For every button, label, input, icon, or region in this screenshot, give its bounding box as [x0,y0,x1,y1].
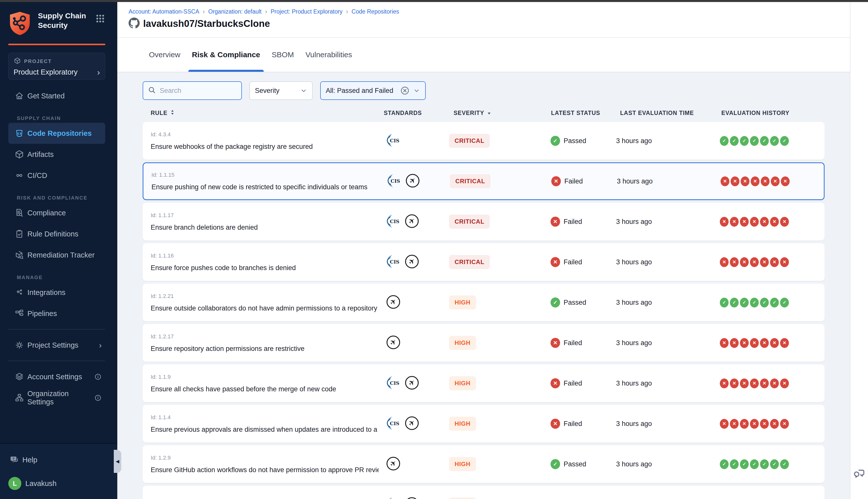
history-pass-icon[interactable]: ✓ [760,136,769,146]
history-pass-icon[interactable]: ✓ [720,459,728,469]
sidebar-item-ci-cd[interactable]: CI/CD [8,165,105,186]
table-row[interactable]: Id: 1.1.4Ensure previous approvals are d… [143,405,824,442]
app-grid-icon[interactable] [95,14,105,25]
breadcrumb-link[interactable]: Account: Automation-SSCA [129,8,199,15]
column-header-evaluation-history[interactable]: EVALUATION HISTORY [715,110,824,117]
history-fail-icon[interactable]: ✕ [780,338,789,348]
column-header-last-evaluation-time[interactable]: LAST EVALUATION TIME [614,110,715,117]
table-row[interactable]: Id: 1.1.17Ensure branch deletions are de… [143,203,824,241]
user-menu[interactable]: L Lavakush [8,474,105,492]
column-header-latest-status[interactable]: LATEST STATUS [544,110,614,117]
history-fail-icon[interactable]: ✕ [740,338,749,348]
breadcrumb-link[interactable]: Project: Product Exploratory [271,8,342,15]
history-pass-icon[interactable]: ✓ [730,459,739,469]
tab-vulnerabilities[interactable]: Vulnerabilities [301,38,356,72]
history-fail-icon[interactable]: ✕ [720,419,728,429]
sidebar-collapse-handle[interactable]: ◀ [114,450,121,473]
support-chat-icon[interactable] [853,467,866,482]
help-button[interactable]: ? Help [8,451,105,469]
sort-desc-icon[interactable] [487,110,491,117]
history-fail-icon[interactable]: ✕ [740,257,749,267]
sidebar-item-project-settings[interactable]: Project Settings› [8,334,105,356]
search-input[interactable] [159,87,230,95]
history-pass-icon[interactable]: ✓ [780,298,789,307]
history-fail-icon[interactable]: ✕ [761,177,770,186]
table-row[interactable]: Id: 1.2.21Ensure outside collaborators d… [143,284,824,321]
history-fail-icon[interactable]: ✕ [760,378,769,388]
history-pass-icon[interactable]: ✓ [740,136,749,146]
history-pass-icon[interactable]: ✓ [730,136,739,146]
history-fail-icon[interactable]: ✕ [780,419,789,429]
sidebar-item-integrations[interactable]: Integrations [8,282,105,303]
sidebar-item-code-repositories[interactable]: Code Repositories [8,123,105,144]
history-pass-icon[interactable]: ✓ [720,136,728,146]
history-pass-icon[interactable]: ✓ [750,459,759,469]
history-fail-icon[interactable]: ✕ [770,338,779,348]
sidebar-item-account-settings[interactable]: Account Settings [8,366,105,387]
history-fail-icon[interactable]: ✕ [770,217,779,227]
history-pass-icon[interactable]: ✓ [780,136,789,146]
column-header-rule[interactable]: RULE [151,109,379,117]
history-pass-icon[interactable]: ✓ [750,136,759,146]
history-fail-icon[interactable]: ✕ [721,177,730,186]
sidebar-item-rule-definitions[interactable]: Rule Definitions [8,223,105,244]
column-header-severity[interactable]: SEVERITY [447,110,544,117]
severity-dropdown[interactable]: Severity [250,81,313,100]
history-fail-icon[interactable]: ✕ [770,378,779,388]
history-fail-icon[interactable]: ✕ [750,257,759,267]
history-fail-icon[interactable]: ✕ [771,177,780,186]
history-fail-icon[interactable]: ✕ [740,419,749,429]
history-fail-icon[interactable]: ✕ [730,338,739,348]
history-pass-icon[interactable]: ✓ [770,298,779,307]
history-fail-icon[interactable]: ✕ [770,257,779,267]
history-fail-icon[interactable]: ✕ [750,217,759,227]
status-filter-chip[interactable]: All: Passed and Failed [320,81,426,100]
column-header-standards[interactable]: STANDARDS [379,110,447,117]
history-fail-icon[interactable]: ✕ [760,419,769,429]
history-fail-icon[interactable]: ✕ [731,177,739,186]
history-fail-icon[interactable]: ✕ [760,217,769,227]
history-fail-icon[interactable]: ✕ [720,217,728,227]
breadcrumb-link[interactable]: Code Repositories [352,8,399,15]
history-pass-icon[interactable]: ✓ [720,298,728,307]
history-pass-icon[interactable]: ✓ [740,298,749,307]
sidebar-item-get-started[interactable]: Get Started [8,85,105,107]
history-fail-icon[interactable]: ✕ [751,177,760,186]
history-fail-icon[interactable]: ✕ [720,257,728,267]
project-selector[interactable]: PROJECT Product Exploratory › [8,53,105,80]
sort-icon[interactable] [170,109,174,117]
sidebar-item-artifacts[interactable]: Artifacts [8,144,105,165]
sidebar-item-remediation-tracker[interactable]: Remediation Tracker [8,244,105,266]
table-row[interactable]: Id: 1.1.9Ensure all checks have passed b… [143,364,824,402]
history-pass-icon[interactable]: ✓ [750,298,759,307]
tab-risk-compliance[interactable]: Risk & Compliance [188,38,264,72]
history-pass-icon[interactable]: ✓ [770,136,779,146]
clear-filter-icon[interactable] [400,86,410,95]
history-pass-icon[interactable]: ✓ [760,459,769,469]
sidebar-item-compliance[interactable]: Compliance [8,202,105,223]
history-fail-icon[interactable]: ✕ [781,177,789,186]
table-row[interactable]: Id: 4.3.4Ensure webhooks of the package … [143,122,824,160]
history-fail-icon[interactable]: ✕ [741,177,749,186]
history-pass-icon[interactable]: ✓ [730,298,739,307]
tab-sbom[interactable]: SBOM [268,38,298,72]
history-pass-icon[interactable]: ✓ [770,459,779,469]
history-fail-icon[interactable]: ✕ [760,338,769,348]
history-fail-icon[interactable]: ✕ [780,217,789,227]
breadcrumb-link[interactable]: Organization: default [208,8,262,15]
tab-overview[interactable]: Overview [145,38,184,72]
history-fail-icon[interactable]: ✕ [730,257,739,267]
history-fail-icon[interactable]: ✕ [730,378,739,388]
table-row[interactable]: Id: 1.1.16Ensure force pushes code to br… [143,243,824,281]
sidebar-item-pipelines[interactable]: Pipelines [8,303,105,324]
history-fail-icon[interactable]: ✕ [770,419,779,429]
table-row[interactable]: Id: 1.1.5 CIS ✈HIGH✕Failed3 hours ago✕✕✕… [143,486,824,499]
history-pass-icon[interactable]: ✓ [780,459,789,469]
table-row[interactable]: Id: 1.2.17Ensure repository action permi… [143,324,824,362]
history-fail-icon[interactable]: ✕ [740,217,749,227]
sidebar-item-organization-settings[interactable]: Organization Settings [8,387,105,409]
history-fail-icon[interactable]: ✕ [750,419,759,429]
history-fail-icon[interactable]: ✕ [780,378,789,388]
history-fail-icon[interactable]: ✕ [730,217,739,227]
history-fail-icon[interactable]: ✕ [740,378,749,388]
